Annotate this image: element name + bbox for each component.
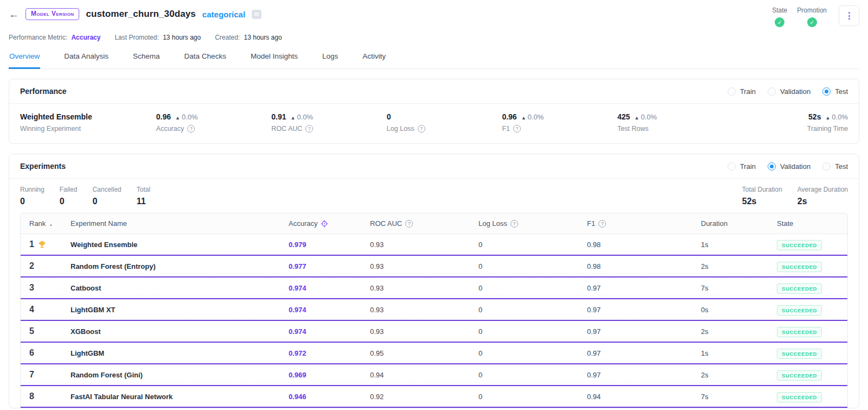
roc-auc-value: 0.94 <box>359 371 468 379</box>
accuracy-link[interactable]: 0.974 <box>278 327 359 336</box>
delta-up-icon <box>175 113 180 121</box>
metric-label: Winning Experiment <box>20 125 81 133</box>
table-row[interactable]: 2 Random Forest (Entropy) 0.977 0.93 0 0… <box>21 256 847 277</box>
column-rank[interactable]: Rank <box>21 219 60 228</box>
metric-delta: 0.0% <box>175 113 198 121</box>
rank-value: 7 <box>29 370 34 380</box>
column-accuracy[interactable]: Accuracy <box>278 219 359 228</box>
column-f1[interactable]: F1 ? <box>576 219 690 228</box>
accuracy-link[interactable]: 0.946 <box>278 393 359 401</box>
table-row[interactable]: 7 Random Forest (Gini) 0.969 0.94 0 0.97… <box>21 364 847 386</box>
column-experiment-name[interactable]: Experiment Name <box>60 219 278 228</box>
column-log-loss[interactable]: Log Loss ? <box>468 219 576 228</box>
accuracy-link[interactable]: 0.977 <box>278 262 359 270</box>
experiments-panel: Experiments Train Validation Test Runnin… <box>9 154 859 408</box>
delta-up-icon <box>634 113 639 121</box>
dataset-radio-option[interactable]: Test <box>822 87 848 96</box>
metric-delta: 0.0% <box>634 113 657 121</box>
table-row[interactable]: 6 LightGBM 0.972 0.95 0 0.97 1s S <box>21 343 847 364</box>
dataset-radio-option[interactable]: Train <box>727 162 756 171</box>
duration-value: 7s <box>690 393 766 401</box>
created-label: Created: <box>215 34 240 41</box>
duration-value: 0s <box>690 306 766 314</box>
stat: Total Duration 52s <box>742 186 782 206</box>
table-row[interactable]: 4 LightGBM XT 0.974 0.93 0 0.97 0s <box>21 299 847 321</box>
log-loss-value: 0 <box>468 306 576 314</box>
rank-value: 1 <box>29 239 34 249</box>
experiment-name: Catboost <box>60 284 278 292</box>
dataset-radio-option[interactable]: Validation <box>768 162 810 171</box>
tab[interactable]: Data Analysis <box>63 50 109 69</box>
duration-value: 2s <box>690 371 766 379</box>
state-badge: SUCCEEDED <box>777 349 822 359</box>
roc-auc-value: 0.95 <box>359 349 468 357</box>
id-chip[interactable]: ID <box>252 10 261 19</box>
table-row[interactable]: 1 Weighted Ensemble 0.979 0.93 0 0.98 1s <box>21 234 847 256</box>
tab[interactable]: Data Checks <box>184 50 227 69</box>
tab[interactable]: Logs <box>322 50 339 69</box>
table-header: Rank Experiment Name Accuracy ROC AUC <box>21 213 847 234</box>
duration-stats: Total Duration 52s Average Duration 2s <box>742 186 848 206</box>
performance-dataset-toggle: Train Validation Test <box>727 87 848 96</box>
status-group: State ✓ Promotion ✓ <box>772 7 827 27</box>
experiment-name: LightGBM XT <box>60 306 278 314</box>
table-row[interactable]: 3 Catboost 0.974 0.93 0 0.97 7s S <box>21 277 847 299</box>
table-row[interactable]: 5 XGBoost 0.974 0.93 0 0.97 2s SU <box>21 321 847 343</box>
metric-value: 0.91 <box>271 112 286 121</box>
duration-value: 2s <box>690 327 766 336</box>
help-icon[interactable]: ? <box>418 125 425 133</box>
experiment-name: Weighted Ensemble <box>60 241 278 249</box>
column-duration[interactable]: Duration <box>690 219 766 228</box>
accuracy-link[interactable]: 0.974 <box>278 284 359 292</box>
metric-value: Weighted Ensemble <box>20 112 92 121</box>
more-actions-button[interactable] <box>839 5 859 26</box>
tab-bar: Overview Data Analysis Schema Data Check… <box>9 50 859 69</box>
table-body: 1 Weighted Ensemble 0.979 0.93 0 0.98 1s <box>21 234 847 408</box>
stat-value: 52s <box>742 197 782 206</box>
performance-metric-value[interactable]: Accuracy <box>71 34 100 41</box>
stat: Failed 0 <box>60 186 78 206</box>
kebab-icon <box>848 12 850 20</box>
tab[interactable]: Activity <box>362 50 386 69</box>
experiment-counts: Running 0 Failed 0 Cancelled 0 Total 11 <box>20 186 150 206</box>
metric-label: Accuracy <box>156 125 184 133</box>
help-icon[interactable]: ? <box>513 125 521 133</box>
dataset-radio-option[interactable]: Train <box>727 87 756 96</box>
metric-value: 425 <box>617 112 630 121</box>
help-icon[interactable]: ? <box>187 125 195 133</box>
help-icon[interactable]: ? <box>305 125 313 133</box>
radio-icon <box>727 87 736 96</box>
last-promoted-label: Last Promoted: <box>114 34 158 41</box>
metric-value: 52s <box>808 112 821 121</box>
column-state[interactable]: State <box>766 219 847 228</box>
accuracy-link[interactable]: 0.969 <box>278 371 359 379</box>
help-icon[interactable]: ? <box>510 220 518 228</box>
back-arrow-icon[interactable]: ← <box>9 9 19 20</box>
column-roc-auc[interactable]: ROC AUC ? <box>359 219 468 228</box>
state-badge: SUCCEEDED <box>777 327 822 337</box>
performance-panel: Performance Train Validation Test Weight… <box>9 79 859 144</box>
dataset-radio-option[interactable]: Test <box>822 162 848 171</box>
rank-value: 3 <box>29 283 34 293</box>
rank-value: 4 <box>29 305 34 314</box>
stat-value: 0 <box>92 197 121 206</box>
tab[interactable]: Model Insights <box>250 50 298 69</box>
experiment-name: Random Forest (Entropy) <box>60 262 278 270</box>
experiment-name: FastAI Tabular Neural Network <box>60 393 278 401</box>
log-loss-value: 0 <box>468 393 576 401</box>
accuracy-link[interactable]: 0.979 <box>278 241 359 249</box>
model-version-page: ← Model Version customer_churn_30days ca… <box>0 0 868 408</box>
metric-label: Log Loss <box>387 125 414 133</box>
table-row[interactable]: 8 FastAI Tabular Neural Network 0.946 0.… <box>21 386 847 408</box>
accuracy-link[interactable]: 0.972 <box>278 349 359 357</box>
tab[interactable]: Schema <box>132 50 161 69</box>
dataset-radio-option[interactable]: Validation <box>768 87 810 96</box>
metric: 0.96 0.0% Accuracy ? <box>156 112 272 133</box>
help-icon[interactable]: ? <box>405 220 413 228</box>
experiment-name: XGBoost <box>60 327 278 336</box>
help-icon[interactable]: ? <box>598 220 606 228</box>
accuracy-link[interactable]: 0.974 <box>278 306 359 314</box>
sort-asc-icon <box>49 219 53 228</box>
created-value: 13 hours ago <box>244 34 282 41</box>
tab[interactable]: Overview <box>9 50 40 69</box>
